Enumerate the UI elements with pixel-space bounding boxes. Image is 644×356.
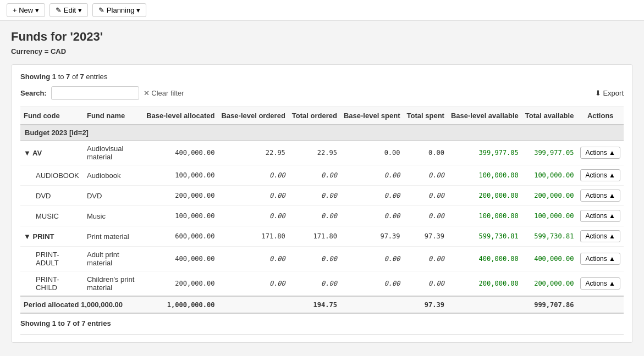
total-spent-cell: 0.00: [404, 247, 448, 271]
showing-to: 7: [66, 73, 70, 81]
table-row: PRINT-ADULTAdult print material400,000.0…: [20, 247, 624, 271]
new-button[interactable]: + New ▾: [7, 3, 45, 17]
new-label: + New: [13, 6, 33, 14]
total-spent-cell: 0.00: [404, 165, 448, 186]
total-base-allocated: 1,000,000.00: [143, 296, 218, 313]
total-available-cell: 399,977.05: [522, 141, 577, 165]
footer-divider: [20, 334, 624, 335]
table-row: ▼ AVAudiovisual material400,000.0022.952…: [20, 141, 624, 165]
total-ordered-cell: 0.00: [289, 186, 340, 206]
total-available-cell: 100,000.00: [522, 165, 577, 186]
actions-button[interactable]: Actions ▲: [580, 277, 620, 290]
search-input[interactable]: [51, 86, 139, 100]
export-button[interactable]: ⬇ Export: [595, 89, 624, 97]
currency-label: Currency = CAD: [11, 47, 633, 55]
base-available-cell: 200,000.00: [448, 271, 522, 297]
planning-button[interactable]: ✎ Planning ▾: [92, 3, 146, 17]
actions-cell: Actions ▲: [577, 206, 624, 226]
total-total-spent: 97.39: [404, 296, 448, 313]
fund-name-cell: Print material: [84, 226, 143, 247]
page-title: Funds for '2023': [11, 30, 633, 44]
actions-button[interactable]: Actions ▲: [580, 253, 620, 265]
base-ordered-cell: 0.00: [218, 271, 288, 297]
budget-header-cell: Budget 2023 [id=2]: [20, 125, 624, 141]
total-ordered-cell: 171.80: [289, 226, 340, 247]
col-base-allocated: Base-level allocated: [143, 107, 218, 125]
col-fund-name: Fund name: [84, 107, 143, 125]
base-available-cell: 100,000.00: [448, 165, 522, 186]
actions-cell: Actions ▲: [577, 186, 624, 206]
clear-filter-label: ✕ Clear filter: [144, 89, 184, 97]
table-row: MUSICMusic100,000.000.000.000.000.00100,…: [20, 206, 624, 226]
fund-code-cell: DVD: [20, 186, 84, 206]
base-spent-cell: 0.00: [340, 247, 404, 271]
fund-code-cell: AUDIOBOOK: [20, 165, 84, 186]
edit-arrow: ▾: [78, 6, 82, 14]
fund-name-cell: DVD: [84, 186, 143, 206]
total-available-cell: 100,000.00: [522, 206, 577, 226]
base-allocated-cell: 400,000.00: [143, 141, 218, 165]
base-available-cell: 200,000.00: [448, 186, 522, 206]
base-ordered-cell: 0.00: [218, 165, 288, 186]
budget-header-row: Budget 2023 [id=2]: [20, 125, 624, 141]
total-label: Period allocated 1,000,000.00: [20, 296, 143, 313]
export-label: ⬇ Export: [595, 89, 624, 97]
toolbar: + New ▾ ✎ Edit ▾ ✎ Planning ▾: [0, 0, 644, 21]
actions-cell: Actions ▲: [577, 271, 624, 297]
total-available-cell: 200,000.00: [522, 186, 577, 206]
actions-button[interactable]: Actions ▲: [580, 230, 620, 242]
total-available-cell: 599,730.81: [522, 226, 577, 247]
actions-cell: Actions ▲: [577, 247, 624, 271]
base-spent-cell: 97.39: [340, 226, 404, 247]
main-content: Funds for '2023' Currency = CAD Showing …: [0, 21, 644, 352]
actions-button[interactable]: Actions ▲: [580, 169, 620, 181]
new-arrow: ▾: [35, 6, 39, 14]
clear-filter-button[interactable]: ✕ Clear filter: [144, 89, 184, 97]
total-available-cell: 400,000.00: [522, 247, 577, 271]
table-row: PRINT-CHILDChildren's print material200,…: [20, 271, 624, 297]
base-ordered-cell: 171.80: [218, 226, 288, 247]
fund-code-cell: MUSIC: [20, 206, 84, 226]
base-available-cell: 100,000.00: [448, 206, 522, 226]
col-total-available: Total available: [522, 107, 577, 125]
fund-code-cell: ▼ AV: [20, 141, 84, 165]
total-base-ordered: [218, 296, 288, 313]
total-total-available: 999,707.86: [522, 296, 577, 313]
col-total-ordered: Total ordered: [289, 107, 340, 125]
base-ordered-cell: 22.95: [218, 141, 288, 165]
table-row: ▼ PRINTPrint material600,000.00171.80171…: [20, 226, 624, 247]
showing-pre: Showing: [20, 73, 52, 81]
table-row: AUDIOBOOKAudiobook100,000.000.000.000.00…: [20, 165, 624, 186]
funds-table: Fund code Fund name Base-level allocated…: [20, 107, 624, 314]
total-ordered-cell: 0.00: [289, 271, 340, 297]
base-ordered-cell: 0.00: [218, 186, 288, 206]
total-row: Period allocated 1,000,000.001,000,000.0…: [20, 296, 624, 313]
total-actions: [577, 296, 624, 313]
base-spent-cell: 0.00: [340, 186, 404, 206]
showing-text: Showing 1 to 7 of 7 entries: [20, 73, 624, 81]
edit-button[interactable]: ✎ Edit ▾: [49, 3, 88, 17]
showing-total: 7: [80, 73, 84, 81]
actions-button[interactable]: Actions ▲: [580, 190, 620, 202]
actions-cell: Actions ▲: [577, 165, 624, 186]
total-ordered-cell: 0.00: [289, 206, 340, 226]
fund-name-cell: Children's print material: [84, 271, 143, 297]
search-row: Search: ✕ Clear filter ⬇ Export: [20, 86, 624, 100]
base-allocated-cell: 400,000.00: [143, 247, 218, 271]
actions-button[interactable]: Actions ▲: [580, 147, 620, 159]
fund-name-cell: Music: [84, 206, 143, 226]
fund-name-cell: Adult print material: [84, 247, 143, 271]
total-ordered-cell: 22.95: [289, 141, 340, 165]
fund-name-cell: Audiovisual material: [84, 141, 143, 165]
col-actions: Actions: [577, 107, 624, 125]
total-base-available: [448, 296, 522, 313]
base-available-cell: 599,730.81: [448, 226, 522, 247]
base-available-cell: 399,977.05: [448, 141, 522, 165]
fund-code-cell: ▼ PRINT: [20, 226, 84, 247]
footer-showing: Showing 1 to 7 of 7 entries: [20, 319, 624, 327]
col-base-available: Base-level available: [448, 107, 522, 125]
base-available-cell: 400,000.00: [448, 247, 522, 271]
actions-button[interactable]: Actions ▲: [580, 210, 620, 222]
base-allocated-cell: 200,000.00: [143, 186, 218, 206]
fund-code-cell: PRINT-CHILD: [20, 271, 84, 297]
